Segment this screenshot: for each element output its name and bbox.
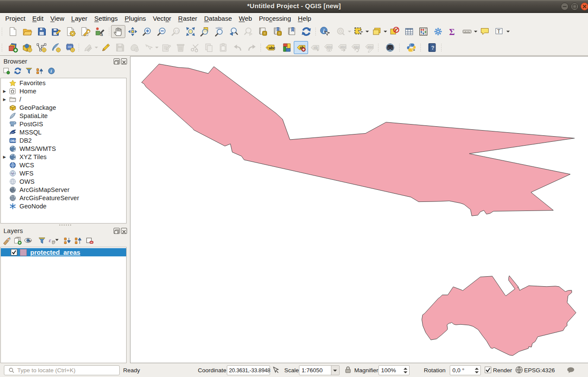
svg-text:abc: abc	[327, 45, 333, 48]
svg-text:1:1: 1:1	[175, 29, 179, 33]
svg-text:i: i	[323, 27, 325, 34]
svg-text:i: i	[51, 69, 52, 73]
svg-text:abc: abc	[354, 45, 360, 48]
svg-text:?: ?	[431, 45, 434, 51]
svg-text:ε: ε	[49, 237, 51, 243]
svg-text:abc: abc	[269, 45, 275, 50]
svg-text:a: a	[100, 32, 103, 37]
svg-text:abc: abc	[340, 45, 346, 48]
svg-text:Σ: Σ	[449, 27, 455, 36]
svg-text:DB2: DB2	[10, 139, 16, 142]
svg-text:abc: abc	[367, 45, 373, 48]
svg-text:V: V	[12, 172, 14, 176]
svg-text:T: T	[497, 28, 501, 34]
